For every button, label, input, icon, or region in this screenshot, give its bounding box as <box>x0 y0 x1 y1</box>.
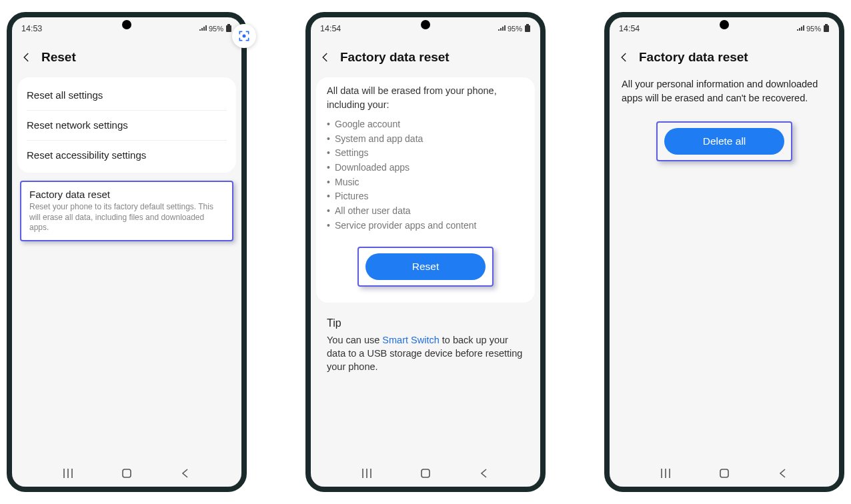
home-icon[interactable] <box>119 466 134 481</box>
bullet-item: Service provider apps and content <box>335 219 524 233</box>
camera-hole <box>122 20 131 29</box>
phone-mockup-3: 14:54 95% Factory data reset All your pe… <box>604 12 844 492</box>
back-button[interactable] <box>19 49 35 65</box>
factory-data-reset-sub: Reset your phone to its factory default … <box>29 202 224 233</box>
battery-icon <box>524 24 531 33</box>
reset-all-settings[interactable]: Reset all settings <box>17 80 236 110</box>
status-right: 95% <box>498 24 531 33</box>
bullet-item: System and app data <box>335 132 524 147</box>
bullet-item: All other user data <box>335 204 524 219</box>
battery-pct: 95% <box>806 25 821 33</box>
phone-mockup-1: 14:53 95% Reset Reset all settings Reset… <box>7 12 247 492</box>
svg-rect-18 <box>720 469 728 477</box>
battery-pct: 95% <box>209 25 223 33</box>
status-right: 95% <box>796 24 830 33</box>
battery-icon <box>225 24 232 33</box>
svg-point-6 <box>243 35 246 38</box>
page-header: Reset <box>12 37 241 77</box>
signal-icon <box>498 25 506 33</box>
settings-list: Reset all settings Reset network setting… <box>17 77 236 173</box>
erase-info-card: All data will be erased from your phone,… <box>316 77 535 303</box>
factory-data-reset-title: Factory data reset <box>29 189 224 200</box>
signal-icon <box>199 25 207 33</box>
page-header: Factory data reset <box>610 37 839 77</box>
status-time: 14:53 <box>21 24 42 33</box>
svg-rect-14 <box>825 24 828 25</box>
svg-rect-7 <box>525 25 530 32</box>
back-icon[interactable] <box>178 466 193 481</box>
page-header: Factory data reset <box>311 37 540 77</box>
reset-button-highlight: Reset <box>357 247 494 287</box>
home-icon[interactable] <box>418 466 433 481</box>
recents-icon[interactable] <box>61 466 75 481</box>
svg-rect-1 <box>227 24 230 25</box>
nav-bar <box>610 460 839 487</box>
svg-rect-0 <box>226 25 231 32</box>
page-title: Factory data reset <box>639 50 748 65</box>
bullet-item: Google account <box>335 117 524 132</box>
status-time: 14:54 <box>619 24 640 33</box>
reset-network-settings[interactable]: Reset network settings <box>17 110 236 140</box>
nav-bar <box>311 460 540 487</box>
bullet-item: Downloaded apps <box>335 161 524 175</box>
recents-icon[interactable] <box>359 466 374 481</box>
svg-rect-8 <box>526 24 529 25</box>
bullet-item: Settings <box>335 146 524 161</box>
reset-accessibility-settings[interactable]: Reset accessibility settings <box>17 140 236 170</box>
back-icon[interactable] <box>776 466 790 481</box>
erase-lead: All data will be erased from your phone,… <box>316 80 535 115</box>
erase-bullets: Google account System and app data Setti… <box>316 115 535 240</box>
bixby-vision-badge[interactable] <box>232 24 256 48</box>
camera-hole <box>421 20 430 29</box>
svg-rect-5 <box>123 469 131 477</box>
bullet-item: Pictures <box>335 189 524 204</box>
smart-switch-link[interactable]: Smart Switch <box>382 335 439 345</box>
battery-pct: 95% <box>508 25 522 33</box>
home-icon[interactable] <box>717 466 732 481</box>
status-time: 14:54 <box>320 24 341 33</box>
camera-hole <box>720 20 729 29</box>
status-right: 95% <box>199 24 232 33</box>
delete-all-button-highlight: Delete all <box>656 121 792 161</box>
page-title: Reset <box>41 50 76 65</box>
tip-body: You can use Smart Switch to back up your… <box>316 333 535 374</box>
back-icon[interactable] <box>477 466 492 481</box>
signal-icon <box>796 25 804 33</box>
page-title: Factory data reset <box>340 50 450 65</box>
recents-icon[interactable] <box>658 466 673 481</box>
svg-rect-12 <box>421 469 430 477</box>
battery-icon <box>823 24 830 33</box>
phone-mockup-2: 14:54 95% Factory data reset All data wi… <box>305 12 546 492</box>
delete-all-button[interactable]: Delete all <box>664 128 784 155</box>
factory-data-reset-item[interactable]: Factory data reset Reset your phone to i… <box>20 181 233 241</box>
back-button[interactable] <box>616 49 632 65</box>
confirm-lead: All your personal information and downlo… <box>615 77 834 112</box>
bullet-item: Music <box>335 175 524 190</box>
reset-button[interactable]: Reset <box>365 253 486 280</box>
back-button[interactable] <box>317 49 333 65</box>
nav-bar <box>12 460 241 487</box>
svg-rect-13 <box>824 25 829 32</box>
tip-heading: Tip <box>316 303 535 333</box>
